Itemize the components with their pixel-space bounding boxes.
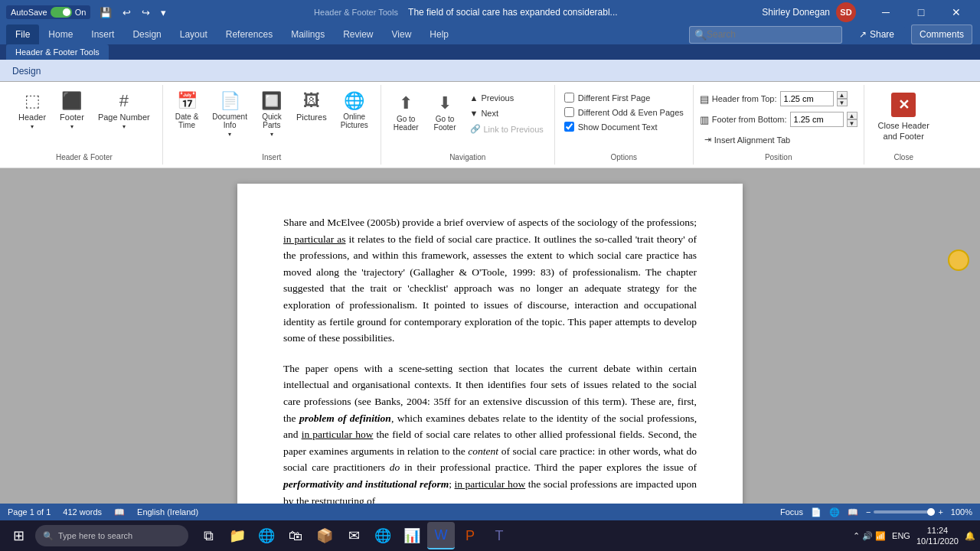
taskbar-store[interactable]: 🛍 <box>282 522 309 549</box>
tab-insert[interactable]: Insert <box>82 24 123 44</box>
clock-date: 10/11/2020 <box>916 536 959 546</box>
group-close-label: Close <box>893 150 913 161</box>
save-icon[interactable]: 💾 <box>96 5 115 20</box>
share-button[interactable]: ↗ Share <box>848 25 905 44</box>
show-document-text-option[interactable]: Show Document Text <box>561 120 661 133</box>
focus-button[interactable]: Focus <box>780 507 803 517</box>
taskbar-task-view[interactable]: ⧉ <box>194 522 222 549</box>
online-pictures-button[interactable]: 🌐 OnlinePictures <box>335 88 374 132</box>
taskbar-mail[interactable]: ✉ <box>340 522 368 549</box>
header-spin-up[interactable]: ▲ <box>837 91 848 99</box>
notification-icon[interactable]: 🔔 <box>965 531 975 541</box>
close-header-footer-button[interactable]: ✕ Close Headerand Footer <box>871 88 937 147</box>
zoom-out-button[interactable]: − <box>866 507 871 517</box>
web-layout-icon[interactable]: 🌐 <box>829 507 840 517</box>
header-button[interactable]: ⬚ Header ▾ <box>12 88 52 133</box>
footer-label: Footer <box>60 112 84 122</box>
proofing-icon[interactable]: 📖 <box>114 507 125 517</box>
taskbar-excel[interactable]: 📊 <box>398 522 426 549</box>
print-layout-icon[interactable]: 📄 <box>811 507 822 517</box>
date-time-button[interactable]: 📅 Date &Time <box>169 88 205 132</box>
taskbar-edge[interactable]: 🌐 <box>253 522 280 549</box>
start-button[interactable]: ⊞ <box>5 522 32 549</box>
tab-home[interactable]: Home <box>39 24 82 44</box>
header-icon: ⬚ <box>24 91 41 111</box>
next-button[interactable]: ▼ Next <box>466 106 548 120</box>
taskbar-file-explorer[interactable]: 📁 <box>224 522 251 549</box>
footer-from-bottom-input[interactable] <box>790 112 844 127</box>
different-first-page-checkbox[interactable] <box>564 93 574 103</box>
tab-help[interactable]: Help <box>420 24 458 44</box>
search-input[interactable] <box>707 29 814 40</box>
maximize-button[interactable]: □ <box>903 0 939 24</box>
taskbar-chrome[interactable]: 🌐 <box>369 522 397 549</box>
different-odd-even-option[interactable]: Different Odd & Even Pages <box>561 106 687 119</box>
previous-button[interactable]: ▲ Previous <box>466 91 548 105</box>
tab-layout[interactable]: Layout <box>171 24 217 44</box>
different-first-page-option[interactable]: Different First Page <box>561 91 654 104</box>
tab-file[interactable]: File <box>6 24 39 44</box>
status-bar: Page 1 of 1 412 words 📖 English (Ireland… <box>0 504 980 520</box>
taskbar-search[interactable]: 🔍 Type here to search <box>35 525 188 546</box>
autosave-label: AutoSave <box>11 8 47 17</box>
different-odd-even-checkbox[interactable] <box>564 107 574 117</box>
zoom-in-button[interactable]: + <box>938 507 942 517</box>
tab-mailings[interactable]: Mailings <box>282 24 334 44</box>
page-number-button[interactable]: # Page Number ▾ <box>92 88 156 133</box>
taskbar-powerpoint[interactable]: P <box>456 522 484 549</box>
header-from-top-row: ▤ Header from Top: ▲ ▼ <box>700 91 848 106</box>
status-bar-right: Focus 📄 🌐 📖 − + 100% <box>780 507 972 517</box>
tab-references[interactable]: References <box>217 24 282 44</box>
customize-icon[interactable]: ▾ <box>158 5 169 20</box>
contextual-tab-header-footer[interactable]: Header & Footer Tools <box>6 44 109 60</box>
minimize-button[interactable]: ─ <box>868 0 903 24</box>
window-controls: ─ □ ✕ <box>868 0 974 24</box>
footer-button[interactable]: ⬛ Footer ▾ <box>54 88 90 133</box>
system-tray[interactable]: ⌃ 🔊 📶 <box>853 531 886 541</box>
taskbar-clock[interactable]: 11:24 10/11/2020 <box>916 525 959 547</box>
comments-button[interactable]: Comments <box>911 24 972 44</box>
undo-icon[interactable]: ↩ <box>119 5 134 20</box>
pictures-icon: 🖼 <box>303 91 320 111</box>
go-to-footer-button[interactable]: ⬇ Go toFooter <box>428 88 462 136</box>
zoom-slider[interactable] <box>874 510 935 514</box>
page-number-label: Page Number <box>98 112 150 122</box>
go-to-footer-label: Go toFooter <box>434 115 456 132</box>
toolbar-icons: 💾 ↩ ↪ ▾ <box>96 5 169 20</box>
redo-icon[interactable]: ↪ <box>139 5 153 20</box>
language-indicator[interactable]: ENG <box>892 531 910 540</box>
close-button[interactable]: ✕ <box>939 0 974 24</box>
autosave-state: On <box>75 8 87 17</box>
header-spin-down[interactable]: ▼ <box>837 99 848 106</box>
link-to-previous-button[interactable]: 🔗 Link to Previous <box>466 122 548 136</box>
group-options: Different First Page Different Odd & Eve… <box>555 85 694 165</box>
taskbar-teams[interactable]: T <box>485 522 513 549</box>
link-icon: 🔗 <box>470 124 481 134</box>
tab-review[interactable]: Review <box>334 24 382 44</box>
document-info-label: DocumentInfo <box>212 112 247 129</box>
header-from-top-input[interactable] <box>780 91 834 106</box>
footer-dropdown: ▾ <box>70 123 74 130</box>
footer-spin-down[interactable]: ▼ <box>847 119 858 127</box>
autosave-badge[interactable]: AutoSave On <box>6 5 90 19</box>
taskbar-word[interactable]: W <box>427 522 455 549</box>
group-close: ✕ Close Headerand Footer Close <box>864 85 943 165</box>
taskbar-dropbox[interactable]: 📦 <box>311 522 338 549</box>
search-input-wrap[interactable]: 🔍 <box>689 26 842 44</box>
quick-parts-button[interactable]: 🔲 QuickParts ▾ <box>255 88 289 141</box>
tab-design-sub[interactable]: Design <box>3 61 50 81</box>
insert-alignment-tab-button[interactable]: ⇥ Insert Alignment Tab <box>700 132 795 147</box>
tab-design[interactable]: Design <box>123 24 170 44</box>
taskbar-right: ⌃ 🔊 📶 ENG 11:24 10/11/2020 🔔 <box>853 525 975 547</box>
footer-spin-up[interactable]: ▲ <box>847 112 858 119</box>
group-navigation: ⬆ Go toHeader ⬇ Go toFooter ▲ Previous <box>381 85 555 165</box>
document-info-button[interactable]: 📄 DocumentInfo ▾ <box>206 88 253 141</box>
tab-view[interactable]: View <box>383 24 421 44</box>
go-to-footer-icon: ⬇ <box>438 93 452 113</box>
group-header-footer: ⬚ Header ▾ ⬛ Footer ▾ # Page Number ▾ He… <box>6 85 163 165</box>
go-to-header-button[interactable]: ⬆ Go toHeader <box>387 88 425 136</box>
pictures-button[interactable]: 🖼 Pictures <box>290 88 333 125</box>
autosave-toggle[interactable] <box>51 7 72 18</box>
show-document-text-checkbox[interactable] <box>564 122 574 132</box>
read-layout-icon[interactable]: 📖 <box>848 507 858 517</box>
